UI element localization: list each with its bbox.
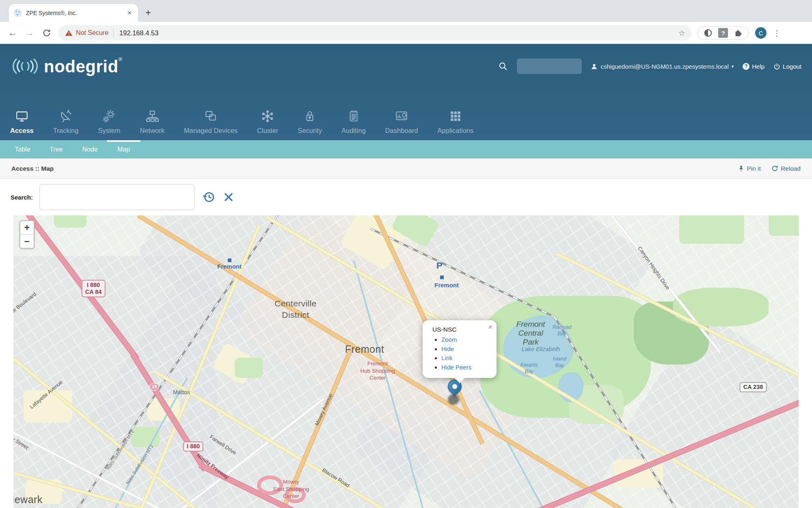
map-zoom-control: + −	[19, 220, 35, 249]
monitor-icon	[15, 109, 29, 123]
nav-item-applications[interactable]: Applications	[437, 109, 473, 135]
zoom-out-button[interactable]: −	[20, 234, 34, 248]
omnibox-divider	[113, 29, 114, 37]
tab-node[interactable]: Node	[73, 140, 107, 158]
logout-button[interactable]: Logout	[773, 63, 801, 70]
tab-table[interactable]: Table	[6, 140, 39, 158]
map-label: Lafayette Avenue	[28, 379, 64, 410]
map-label: Fremont Central Park	[516, 320, 545, 347]
nav-item-access[interactable]: Access	[10, 109, 34, 135]
map-label: Lake Elizabeth	[521, 345, 560, 353]
help-button[interactable]: ? Help	[743, 63, 764, 70]
station-icon	[440, 276, 444, 279]
not-secure-label[interactable]: Not Secure	[76, 29, 108, 37]
question-extension-icon[interactable]: ?	[718, 28, 728, 38]
address-bar[interactable]: Not Secure 192.168.4.53 ☆	[58, 25, 692, 41]
map-label: Canyon Heights Drive	[636, 245, 671, 291]
nav-item-system[interactable]: System	[98, 109, 120, 135]
browser-profile-avatar[interactable]: C	[755, 27, 767, 39]
pushpin-icon	[738, 165, 744, 172]
help-icon: ?	[743, 63, 749, 70]
marker-popup: × US-NSC Zoom Hide Link Hide Peers	[423, 320, 497, 378]
map-label: Island Bay	[553, 356, 566, 369]
not-secure-warning-icon	[65, 29, 73, 37]
nav-item-network[interactable]: Network	[140, 109, 165, 135]
browser-tab[interactable]: ZPE Systems®, Inc. ×	[9, 4, 138, 22]
back-icon[interactable]: ←	[4, 28, 21, 38]
map-canvas[interactable]: Centerville DistrictFremontMattosNewarkF…	[13, 215, 799, 508]
popup-title: US-NSC	[432, 326, 491, 333]
search-label: Search:	[11, 194, 33, 201]
map-label: 19	[149, 383, 159, 391]
map-label: Fremont	[217, 263, 242, 271]
browser-menu-icon[interactable]: ⋮	[773, 28, 781, 38]
marker-shadow	[448, 394, 459, 405]
notepad-icon	[347, 109, 361, 123]
search-input[interactable]	[39, 184, 194, 210]
puzzle-extensions-icon[interactable]	[734, 28, 743, 37]
popup-item: Link	[441, 354, 491, 363]
view-subnav: Table Tree Node Map	[0, 140, 812, 158]
header-search-input[interactable]	[517, 59, 582, 74]
search-history-icon[interactable]	[202, 190, 216, 204]
search-clear-icon[interactable]	[223, 191, 234, 203]
header-search-icon[interactable]	[498, 61, 508, 71]
brand-name: nodegrid®	[44, 56, 123, 76]
tab-title: ZPE Systems®, Inc.	[26, 10, 126, 16]
popup-link-link[interactable]: Link	[441, 354, 453, 361]
map-label: Mattos	[173, 389, 190, 396]
network-tree-icon	[145, 109, 159, 123]
chevron-down-icon: ▾	[732, 64, 734, 69]
user-email: cshiguedomi@US-NGM01.us.zpesystems.local	[600, 63, 728, 70]
map-label: I 880	[183, 441, 203, 452]
station-icon	[228, 258, 231, 262]
map-search-section: Search:	[0, 179, 812, 215]
tab-map[interactable]: Map	[107, 140, 140, 158]
user-menu[interactable]: cshiguedomi@US-NGM01.us.zpesystems.local…	[591, 63, 734, 70]
popup-link-hide-peers[interactable]: Hide Peers	[441, 364, 471, 371]
map-label: CA 238	[740, 382, 767, 392]
nav-item-cluster[interactable]: Cluster	[257, 109, 278, 135]
new-tab-button[interactable]: +	[145, 7, 151, 19]
pin-it-button[interactable]: Pin it	[738, 165, 760, 172]
registered-mark: ®	[119, 56, 123, 62]
forward-icon[interactable]: →	[21, 28, 38, 38]
app-header: nodegrid® cshiguedomi@US-NGM01.us.zpesys…	[0, 44, 812, 140]
main-nav: Access Tracking System Network Managed D…	[0, 109, 473, 140]
map-label: Newark	[13, 493, 43, 506]
zoom-in-button[interactable]: +	[20, 221, 34, 234]
refresh-icon	[771, 165, 778, 172]
map-label: ty Street	[13, 435, 30, 451]
popup-link-zoom[interactable]: Zoom	[441, 336, 457, 343]
popup-item: Hide Peers	[441, 363, 491, 372]
breadcrumb-bar: Access :: Map Pin it Reload	[0, 158, 812, 179]
reload-button[interactable]: Reload	[771, 165, 801, 172]
map-label: I 880 CA 84	[82, 280, 106, 297]
map-label: ake Boulevard	[13, 291, 38, 317]
nav-item-auditing[interactable]: Auditing	[341, 109, 366, 135]
browser-toolbar: ← → Not Secure 192.168.4.53 ☆ ? C ⋮	[0, 22, 812, 44]
map-label: Niles Subdivision MT1	[105, 429, 135, 471]
gears-icon	[102, 109, 116, 123]
nav-item-dashboard[interactable]: Dashboard	[385, 109, 418, 135]
popup-item: Zoom	[441, 335, 491, 345]
nav-item-security[interactable]: Security	[298, 109, 322, 135]
map-label: Centerville District	[274, 298, 317, 321]
url-text[interactable]: 192.168.4.53	[119, 29, 158, 37]
popup-close-icon[interactable]: ×	[488, 323, 492, 332]
map-label: Mowry East Shopping Center	[273, 478, 309, 500]
bookmark-star-icon[interactable]: ☆	[678, 28, 685, 38]
nav-item-managed-devices[interactable]: Managed Devices	[184, 109, 238, 135]
tab-close-icon[interactable]: ×	[126, 9, 133, 17]
browser-tab-strip: ZPE Systems®, Inc. × +	[0, 0, 812, 22]
map-label: P	[436, 260, 443, 271]
map-label: Kiwanis Bay	[520, 362, 538, 375]
tab-tree[interactable]: Tree	[39, 140, 73, 158]
browser-reload-icon[interactable]	[38, 28, 55, 37]
map-label: Fremont Hub Shopping Center	[360, 360, 395, 382]
popup-link-hide[interactable]: Hide	[441, 345, 454, 352]
nav-item-tracking[interactable]: Tracking	[53, 109, 79, 135]
padlock-icon	[303, 109, 317, 123]
circle-extension-icon[interactable]	[704, 28, 713, 37]
extensions-container: ?	[698, 26, 749, 40]
